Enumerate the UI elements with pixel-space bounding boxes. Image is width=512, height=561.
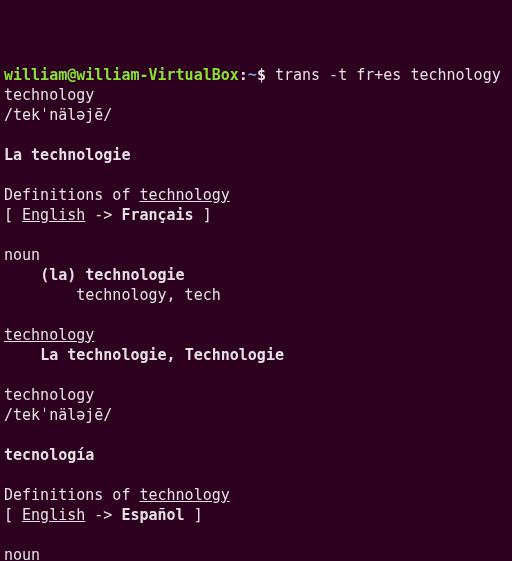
es-br-l: [: [4, 506, 22, 524]
prompt-path: ~: [248, 66, 257, 84]
fr-entry-gloss: technology, tech: [4, 286, 221, 304]
prompt-host: william-VirtualBox: [76, 66, 239, 84]
es-phon: /tekˈnäləjē/: [4, 406, 112, 424]
prompt-at: @: [67, 66, 76, 84]
es-lang-dst: Español: [121, 506, 184, 524]
fr-br-l: [: [4, 206, 22, 224]
fr-entry-word: technologie: [85, 266, 184, 284]
fr-head: La technologie: [4, 146, 130, 164]
es-defs-of: Definitions of: [4, 486, 139, 504]
fr-defs-of: Definitions of: [4, 186, 139, 204]
fr-arrow: ->: [85, 206, 121, 224]
es-pos: noun: [4, 546, 40, 561]
fr-syn-2: Technologie: [185, 346, 284, 364]
es-echo: technology: [4, 386, 94, 404]
prompt-line-1: william@william-VirtualBox:~$ trans -t f…: [4, 66, 501, 84]
prompt-colon: :: [239, 66, 248, 84]
fr-entry-article: (la): [40, 266, 85, 284]
fr-syn-indent: [4, 346, 40, 364]
prompt-dollar: $: [257, 66, 275, 84]
terminal[interactable]: william@william-VirtualBox:~$ trans -t f…: [0, 60, 512, 561]
fr-syn-1: La technologie: [40, 346, 166, 364]
es-br-r: ]: [185, 506, 203, 524]
fr-phon: /tekˈnäləjē/: [4, 106, 112, 124]
es-defs-word: technology: [139, 486, 229, 504]
prompt-user: william: [4, 66, 67, 84]
fr-syn-sep: ,: [167, 346, 185, 364]
command-text: trans -t fr+es technology: [275, 66, 501, 84]
es-arrow: ->: [85, 506, 121, 524]
fr-br-r: ]: [194, 206, 212, 224]
fr-syn-head: technology: [4, 326, 94, 344]
fr-pos: noun: [4, 246, 40, 264]
es-lang-src: English: [22, 506, 85, 524]
fr-lang-src: English: [22, 206, 85, 224]
fr-echo: technology: [4, 86, 94, 104]
fr-defs-word: technology: [139, 186, 229, 204]
es-head: tecnología: [4, 446, 94, 464]
fr-lang-dst: Français: [121, 206, 193, 224]
